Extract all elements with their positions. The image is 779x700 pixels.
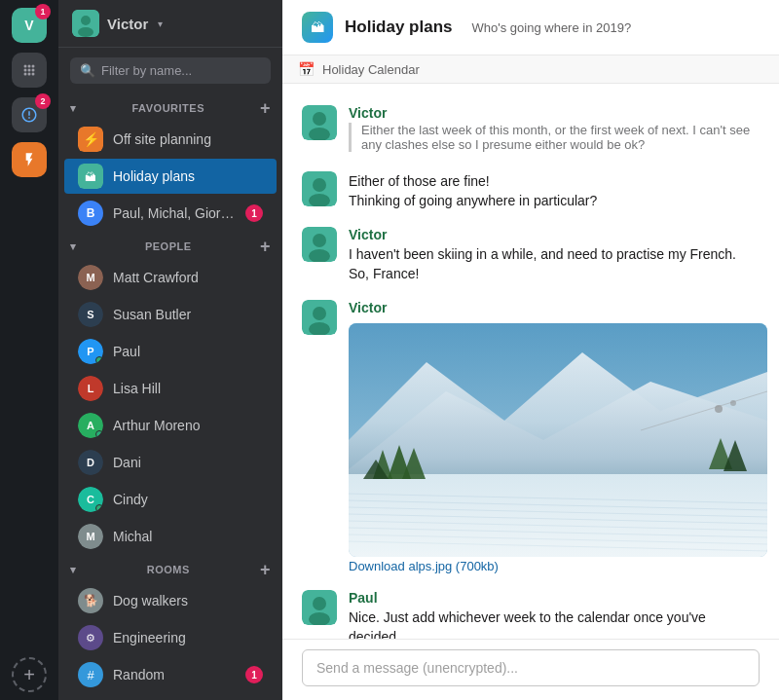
paul-avatar: P bbox=[78, 339, 103, 364]
susan-label: Susan Butler bbox=[113, 307, 263, 322]
msg-quote-1: Either the last week of this month, or t… bbox=[349, 123, 760, 152]
paul-avatar-5 bbox=[302, 590, 337, 625]
svg-point-29 bbox=[313, 234, 326, 247]
engineering-icon: ⚙ bbox=[78, 625, 103, 650]
sidebar-item-cindy[interactable]: C Cindy bbox=[64, 482, 277, 517]
svg-point-0 bbox=[24, 65, 27, 68]
username-chevron-icon[interactable]: ▾ bbox=[158, 18, 163, 29]
search-box[interactable]: 🔍 bbox=[70, 57, 271, 84]
people-chevron-icon: ▾ bbox=[70, 240, 77, 253]
paul-michal-badge: 1 bbox=[245, 204, 263, 222]
victor-avatar-3 bbox=[302, 227, 337, 262]
add-room-button[interactable]: + bbox=[260, 561, 271, 578]
svg-text:🐕: 🐕 bbox=[84, 593, 98, 608]
sidebar-item-engineering[interactable]: ⚙ Engineering bbox=[64, 620, 277, 655]
off-site-icon: ⚡ bbox=[78, 127, 103, 152]
msg-text-3: I haven't been skiing in a while, and ne… bbox=[349, 244, 760, 284]
msg-content-4: Victor bbox=[349, 300, 767, 574]
workspace-badge: 1 bbox=[35, 4, 51, 19]
cindy-avatar: C bbox=[78, 487, 103, 512]
sidebar-item-holiday-plans[interactable]: 🏔 Holiday plans bbox=[64, 159, 277, 194]
svg-point-11 bbox=[78, 27, 93, 37]
people-section-header: ▾ PEOPLE + bbox=[58, 232, 282, 259]
arthur-label: Arthur Moreno bbox=[113, 418, 263, 433]
svg-point-32 bbox=[313, 307, 326, 320]
sidebar-username: Victor bbox=[107, 16, 148, 32]
sidebar-item-susan[interactable]: S Susan Butler bbox=[64, 297, 277, 332]
sidebar-item-dog-walkers[interactable]: 🐕 Dog walkers bbox=[64, 583, 277, 618]
svg-text:#: # bbox=[87, 668, 94, 682]
random-badge: 1 bbox=[245, 666, 263, 683]
msg-text-5: Nice. Just add whichever week to the cal… bbox=[349, 608, 760, 639]
susan-avatar: S bbox=[78, 302, 103, 327]
add-favourite-button[interactable]: + bbox=[260, 99, 271, 117]
random-icon: # bbox=[78, 662, 103, 687]
sidebar-item-arthur[interactable]: A Arthur Moreno bbox=[64, 408, 277, 443]
sidebar-item-random[interactable]: # Random 1 bbox=[64, 657, 277, 692]
bolt-app-icon[interactable] bbox=[12, 142, 47, 177]
dani-avatar: D bbox=[78, 450, 103, 475]
favourites-section-header: ▾ FAVOURITES + bbox=[58, 93, 282, 121]
msg-content-5: Paul Nice. Just add whichever week to th… bbox=[349, 590, 760, 639]
rocket-app-icon[interactable]: 2 bbox=[12, 97, 47, 132]
holiday-plans-label: Holiday plans bbox=[113, 168, 263, 184]
sidebar-item-dani[interactable]: D Dani bbox=[64, 445, 277, 480]
channel-avatar: 🏔 bbox=[302, 12, 333, 43]
cindy-label: Cindy bbox=[113, 492, 263, 507]
dani-label: Dani bbox=[113, 455, 263, 470]
msg-sender-5: Paul bbox=[349, 590, 760, 606]
download-link[interactable]: Download alps.jpg (700kb) bbox=[349, 559, 499, 573]
victor-avatar-1 bbox=[302, 105, 337, 140]
message-input-area: Send a message (unencrypted)... bbox=[282, 639, 779, 700]
favourites-chevron-icon: ▾ bbox=[70, 102, 77, 115]
msg-sender-4: Victor bbox=[349, 300, 767, 315]
svg-point-5 bbox=[32, 69, 35, 72]
svg-point-26 bbox=[313, 178, 326, 192]
message-input-placeholder[interactable]: Send a message (unencrypted)... bbox=[302, 649, 760, 686]
svg-point-2 bbox=[32, 65, 35, 68]
victor-avatar-4 bbox=[302, 300, 337, 335]
svg-point-56 bbox=[313, 597, 326, 610]
engineering-label: Engineering bbox=[113, 630, 263, 645]
holiday-plans-icon: 🏔 bbox=[78, 164, 103, 189]
svg-text:🏔: 🏔 bbox=[85, 170, 96, 184]
sidebar-item-paul-michal[interactable]: B Paul, Michal, Giorgio... 1 bbox=[64, 196, 277, 231]
rooms-label: ROOMS bbox=[147, 564, 190, 575]
sidebar-item-lisa[interactable]: L Lisa Hill bbox=[64, 371, 277, 406]
svg-point-4 bbox=[28, 69, 31, 72]
user-workspace-icon[interactable]: V 1 bbox=[12, 8, 47, 43]
off-site-label: Off site planning bbox=[113, 131, 263, 147]
calendar-icon: 📅 bbox=[298, 61, 315, 77]
other-avatar-2 bbox=[302, 171, 337, 206]
alps-image[interactable] bbox=[349, 323, 767, 557]
svg-point-10 bbox=[81, 16, 91, 25]
msg-content-2: Either of those are fine!Thinking of goi… bbox=[349, 171, 760, 211]
search-input[interactable] bbox=[101, 63, 261, 78]
svg-text:⚙: ⚙ bbox=[86, 632, 95, 644]
sidebar-header: Victor ▾ bbox=[58, 0, 282, 48]
rooms-section-header: ▾ ROOMS + bbox=[58, 555, 282, 582]
chat-header: 🏔 Holiday plans Who's going where in 201… bbox=[282, 0, 779, 55]
msg-sender-3: Victor bbox=[349, 227, 760, 242]
msg-sender-1: Victor bbox=[349, 105, 760, 121]
sidebar-item-paul[interactable]: P Paul bbox=[64, 334, 277, 369]
messages-list: Victor Either the last week of this mont… bbox=[282, 84, 779, 639]
random-label: Random bbox=[113, 667, 236, 682]
sidebar-item-off-site[interactable]: ⚡ Off site planning bbox=[64, 122, 277, 157]
add-person-button[interactable]: + bbox=[260, 238, 271, 255]
svg-point-7 bbox=[28, 73, 31, 76]
grid-app-icon[interactable] bbox=[12, 53, 47, 88]
main-chat: 🏔 Holiday plans Who's going where in 201… bbox=[282, 0, 779, 700]
message-group-5: Paul Nice. Just add whichever week to th… bbox=[282, 584, 779, 639]
paul-michal-icon: B bbox=[78, 201, 103, 226]
sidebar-item-matt[interactable]: M Matt Crawford bbox=[64, 260, 277, 295]
calendar-label: Holiday Calendar bbox=[322, 62, 420, 77]
calendar-bar[interactable]: 📅 Holiday Calendar bbox=[282, 55, 779, 84]
add-workspace-button[interactable]: + bbox=[12, 657, 47, 692]
dog-walkers-label: Dog walkers bbox=[113, 593, 263, 608]
sidebar-item-michal[interactable]: M Michal bbox=[64, 519, 277, 554]
sidebar: Victor ▾ 🔍 ▾ FAVOURITES + ⚡ Off site pla… bbox=[58, 0, 282, 700]
sidebar-user-avatar bbox=[72, 10, 99, 37]
svg-point-8 bbox=[32, 73, 35, 76]
app-bar: V 1 2 + bbox=[0, 0, 58, 700]
